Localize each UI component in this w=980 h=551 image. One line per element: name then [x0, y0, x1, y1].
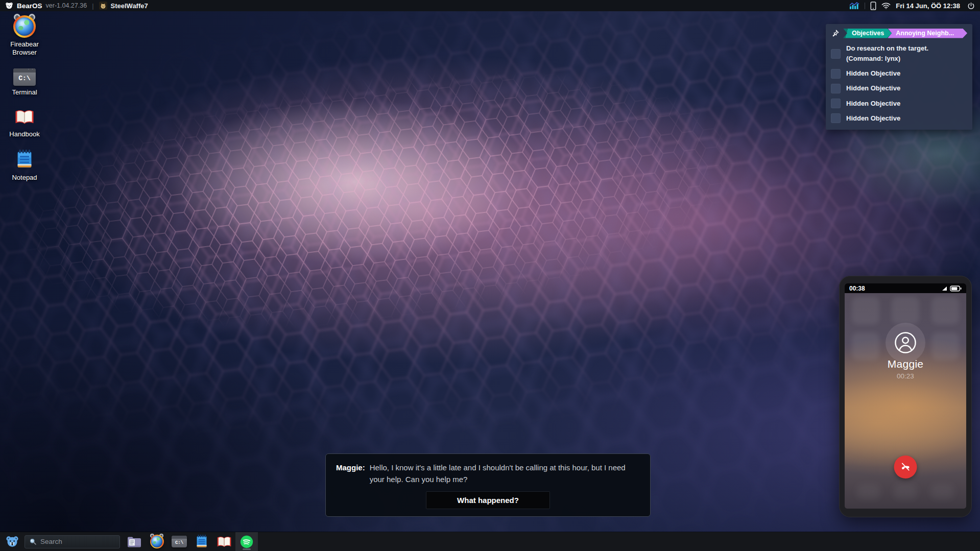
taskbar-app-file-manager[interactable] [123, 532, 146, 551]
notepad-icon [16, 150, 33, 171]
dialog-message: Hello, I know it's a little late and I s… [370, 462, 640, 485]
phone-icon[interactable] [870, 2, 876, 10]
objective-row: Hidden Objective [831, 83, 967, 93]
fireabear-browser-icon [13, 15, 36, 38]
dialog-choice-button[interactable]: What happened? [426, 491, 550, 509]
objectives-header: Objectives Annoying Neighb... [831, 28, 967, 38]
objective-row: Hidden Objective [831, 113, 967, 124]
desktop-icon-notepad[interactable]: Notepad [4, 150, 45, 182]
blurred-app-icon [892, 297, 919, 324]
terminal-icon: C:\ [13, 68, 36, 86]
active-app-indicator [243, 548, 251, 550]
battery-icon [950, 285, 962, 292]
phone-screen: 00:38 Maggie 00:23 [845, 283, 966, 509]
contact-name: Maggie [845, 358, 966, 370]
blurred-app-icon [852, 297, 879, 324]
objective-checkbox[interactable] [831, 69, 841, 79]
objective-text: Hidden Objective [846, 83, 900, 93]
objectives-panel: Objectives Annoying Neighb... Do researc… [826, 24, 972, 130]
profile-name: SteelWaffe7 [111, 2, 148, 10]
desktop-icon-fireabear-browser[interactable]: Fireabear Browser [4, 15, 45, 57]
handbook-icon [216, 535, 232, 548]
topbar-divider: | [90, 2, 95, 10]
objectives-list: Do research on the target. (Command: lyn… [831, 43, 967, 124]
file-manager-icon [127, 536, 142, 548]
desktop-icon-label: Notepad [12, 174, 37, 182]
hangup-phone-icon [900, 461, 912, 473]
phone-status-time: 00:38 [849, 285, 865, 292]
bearos-logo-icon [5, 2, 13, 10]
search-box [25, 535, 120, 548]
objective-checkbox[interactable] [831, 84, 841, 93]
phone-status-icons [942, 285, 962, 292]
phone-dock [845, 484, 966, 501]
desktop-icon-handbook[interactable]: Handbook [4, 108, 45, 138]
search-input[interactable] [40, 538, 115, 545]
dialog-line: Maggie: Hello, I know it's a little late… [336, 462, 640, 485]
top-bar-left: BearOS ver-1.04.27.36 | SteelWaffe7 [5, 2, 148, 10]
tab-label: Annoying Neighb... [896, 30, 954, 37]
tab-annoying-neighbor[interactable]: Annoying Neighb... [888, 29, 967, 38]
taskbar-app-handbook[interactable] [213, 532, 235, 551]
taskbar-app-terminal[interactable]: C:\ [168, 532, 190, 551]
contact-avatar [886, 323, 925, 363]
system-tray: Fri 14 Jun, ÖÖ 12:38 [849, 2, 975, 10]
objective-row: Hidden Objective [831, 99, 967, 109]
blurred-app-icon [931, 297, 959, 324]
objective-text: Do research on the target. (Command: lyn… [846, 43, 928, 64]
blurred-app-icon [931, 332, 959, 360]
search-icon [29, 538, 37, 545]
objective-checkbox[interactable] [831, 99, 841, 108]
blurred-dock-icon [857, 484, 880, 499]
clock: Fri 14 Jun, ÖÖ 12:38 [896, 2, 960, 10]
signal-icon [942, 286, 947, 291]
desktop-icon-label: Fireabear Browser [6, 40, 43, 57]
objective-checkbox[interactable] [831, 49, 841, 59]
taskbar-app-spotify[interactable] [235, 532, 258, 551]
spotify-icon [240, 535, 253, 548]
os-name: BearOS [17, 2, 42, 10]
taskbar-app-notepad[interactable] [190, 532, 213, 551]
desktop-icon-label: Handbook [9, 130, 39, 138]
profile-avatar [99, 2, 107, 10]
blurred-dock-icon [930, 484, 954, 499]
pin-icon[interactable] [831, 29, 840, 38]
bear-start-icon [5, 535, 19, 549]
objective-checkbox[interactable] [831, 113, 841, 123]
dialog-speaker: Maggie: [336, 462, 365, 485]
handbook-icon [14, 108, 35, 128]
objective-text: Hidden Objective [846, 113, 900, 124]
wifi-icon[interactable] [881, 2, 891, 9]
objective-text: Hidden Objective [846, 68, 900, 79]
tab-label: Objectives [852, 30, 884, 37]
top-bar: BearOS ver-1.04.27.36 | SteelWaffe7 Fri … [0, 0, 980, 11]
blurred-app-icon [852, 332, 879, 360]
notepad-icon [196, 535, 208, 548]
taskbar-app-fireabear-browser[interactable] [146, 532, 168, 551]
desktop-icon-label: Terminal [12, 88, 37, 97]
tab-objectives[interactable]: Objectives [843, 29, 892, 38]
terminal-icon: C:\ [172, 536, 187, 547]
os-version: ver-1.04.27.36 [46, 2, 87, 9]
desktop-icon-terminal[interactable]: C:\ Terminal [4, 68, 45, 97]
objective-row: Do research on the target. (Command: lyn… [831, 43, 967, 64]
fireabear-browser-icon [150, 535, 164, 548]
phone-status-bar: 00:38 [845, 283, 966, 293]
call-duration: 00:23 [845, 372, 966, 380]
blurred-dock-icon [894, 484, 917, 499]
game-screen: BearOS ver-1.04.27.36 | SteelWaffe7 Fri … [0, 0, 980, 551]
objective-text: Hidden Objective [846, 99, 900, 109]
phone-overlay: 00:38 Maggie 00:23 [839, 276, 972, 517]
activity-chart-icon[interactable] [849, 2, 859, 10]
hangup-button[interactable] [894, 456, 917, 478]
desktop-icon-column: Fireabear Browser C:\ Terminal Handbook … [4, 15, 45, 182]
taskbar-apps: C:\ [123, 532, 258, 551]
tray-divider [865, 3, 865, 9]
person-circle-icon [894, 331, 917, 354]
start-button[interactable] [4, 534, 20, 550]
objective-row: Hidden Objective [831, 68, 967, 79]
power-icon[interactable] [967, 2, 975, 10]
dialog-box: Maggie: Hello, I know it's a little late… [325, 453, 651, 517]
taskbar: C:\ [0, 532, 980, 551]
